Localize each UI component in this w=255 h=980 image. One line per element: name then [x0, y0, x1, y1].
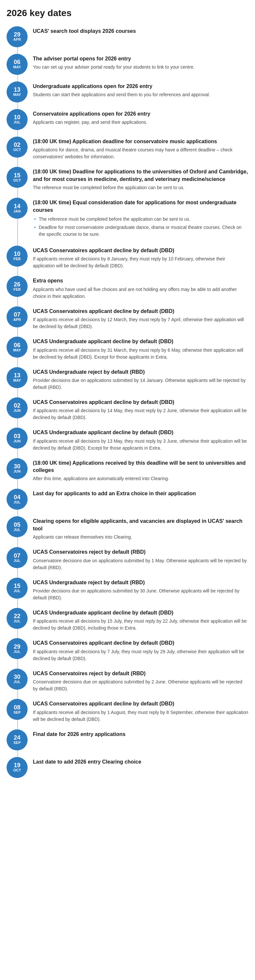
date-badge: 24SEP [6, 729, 28, 751]
entry-desc: If applicants receive all decisions by 8… [33, 256, 249, 269]
entry-title: UCAS Undergraduate applicant decline by … [33, 429, 249, 436]
badge-month: APR [13, 37, 21, 42]
entry-title: UCAS Conservatoires reject by default (R… [33, 549, 249, 556]
entry-title: Undergraduate applications open for 2026… [33, 83, 249, 90]
badge-day: 06 [14, 342, 21, 348]
date-badge: 10FEB [6, 246, 28, 267]
entry-desc: If applicants receive all decisions by 1… [33, 407, 249, 421]
entry-title: Conservatoire applications open for 2026… [33, 110, 249, 118]
badge-month: JUN [13, 409, 21, 413]
badge-day: 05 [14, 522, 21, 528]
badge-month: FEB [13, 287, 21, 292]
badge-month: JUL [14, 589, 21, 593]
date-badge: 07APR [6, 306, 28, 328]
badge-month: SEP [13, 710, 21, 714]
date-badge: 14JAN [6, 198, 28, 219]
date-badge: 04JUL [6, 489, 28, 510]
badge-day: 24 [14, 735, 21, 741]
entry-title: (18:00 UK time) Applications received by… [33, 460, 249, 474]
date-badge: 30JUN [6, 458, 28, 479]
entry-content: Conservatoire applications open for 2026… [33, 109, 249, 126]
entry-desc: If applicants receive all decisions by 1… [33, 438, 249, 452]
timeline-entry: 19OCTLast date to add 2026 entry Clearin… [6, 757, 249, 778]
badge-month: OCT [13, 768, 21, 772]
date-badge: 02OCT [6, 137, 28, 158]
entry-desc: Applications for dance, drama, and music… [33, 146, 249, 160]
badge-month: JUN [13, 469, 21, 474]
badge-day: 29 [14, 32, 21, 37]
entry-desc: After this time, applications are automa… [33, 475, 249, 482]
date-badge: 29JUL [6, 638, 28, 659]
timeline-entry: 06MAYThe adviser portal opens for 2026 e… [6, 54, 249, 75]
badge-day: 30 [14, 463, 21, 469]
badge-month: JUL [14, 120, 21, 124]
timeline-entry: 26FEBExtra opensApplicants who have used… [6, 276, 249, 299]
badge-month: JUL [14, 650, 21, 654]
entry-desc: Provider decisions due on applications s… [33, 587, 249, 601]
badge-month: MAY [13, 348, 21, 352]
entry-desc: If applicants receive all decisions by 3… [33, 347, 249, 361]
entry-content: UCAS Conservatoires applicant decline by… [33, 246, 249, 269]
entry-content: UCAS Conservatoires applicant decline by… [33, 638, 249, 662]
entry-content: Undergraduate applications open for 2026… [33, 81, 249, 98]
entry-content: UCAS Undergraduate applicant decline by … [33, 428, 249, 451]
entry-content: UCAS Undergraduate applicant decline by … [33, 608, 249, 632]
date-badge: 29APR [6, 26, 28, 47]
timeline-entry: 07JULUCAS Conservatoires reject by defau… [6, 547, 249, 571]
badge-day: 04 [14, 494, 21, 500]
badge-day: 22 [14, 613, 21, 619]
page-title: 2026 key dates [6, 8, 249, 18]
entry-title: (18:00 UK time) Application deadline for… [33, 138, 249, 145]
entry-title: UCAS Undergraduate applicant decline by … [33, 338, 249, 345]
date-badge: 15JUL [6, 578, 28, 599]
badge-month: OCT [13, 178, 21, 183]
entry-title: UCAS Undergraduate applicant decline by … [33, 609, 249, 616]
entry-content: (18:00 UK time) Equal consideration date… [33, 198, 249, 239]
badge-month: JUL [14, 528, 21, 532]
entry-content: UCAS Conservatoires reject by default (R… [33, 547, 249, 571]
date-badge: 22JUL [6, 608, 28, 629]
date-badge: 19OCT [6, 757, 28, 778]
date-badge: 06MAY [6, 337, 28, 358]
entry-desc: Applicants can release themselves into C… [33, 534, 249, 541]
entry-title: (18:00 UK time) Deadline for application… [33, 168, 249, 183]
entry-desc: Conservatoire decisions due on applicati… [33, 679, 249, 692]
badge-month: MAY [13, 378, 21, 383]
entry-content: UCAS Conservatoires applicant decline by… [33, 398, 249, 421]
timeline-entry: 07APRUCAS Conservatoires applicant decli… [6, 306, 249, 330]
badge-month: JUL [14, 619, 21, 623]
timeline-entry: 30JUN(18:00 UK time) Applications receiv… [6, 458, 249, 482]
badge-day: 02 [14, 142, 21, 148]
badge-month: JUL [14, 680, 21, 684]
bullet-item: The reference must be completed before t… [33, 216, 249, 223]
date-badge: 06MAY [6, 54, 28, 75]
entry-title: UCAS Undergraduate reject by default (RB… [33, 579, 249, 586]
entry-title: UCAS Conservatoires reject by default (R… [33, 670, 249, 677]
entry-content: Last date to add 2026 entry Clearing cho… [33, 757, 249, 767]
timeline-entry: 30JULUCAS Conservatoires reject by defau… [6, 669, 249, 692]
badge-day: 10 [14, 114, 21, 120]
date-badge: 07JUL [6, 547, 28, 568]
badge-day: 15 [14, 172, 21, 178]
entry-content: UCAS' search tool displays 2026 courses [33, 26, 249, 36]
badge-day: 08 [14, 705, 21, 710]
timeline-entry: 08SEPUCAS Conservatoires applicant decli… [6, 699, 249, 722]
badge-month: JAN [13, 209, 21, 213]
entry-desc: Students can start their applications an… [33, 91, 249, 98]
timeline-entry: 05JULClearing opens for eligible applica… [6, 516, 249, 541]
entry-title: UCAS Conservatoires applicant decline by… [33, 308, 249, 315]
entry-content: (18:00 UK time) Application deadline for… [33, 137, 249, 160]
badge-day: 30 [14, 674, 21, 680]
date-badge: 13MAY [6, 367, 28, 388]
timeline-entry: 15OCT(18:00 UK time) Deadline for applic… [6, 167, 249, 191]
entry-desc: Provider decisions due on applications s… [33, 377, 249, 391]
badge-day: 10 [14, 251, 21, 257]
timeline-entry: 10FEBUCAS Conservatoires applicant decli… [6, 246, 249, 269]
badge-month: APR [13, 318, 21, 322]
entry-content: UCAS Conservatoires applicant decline by… [33, 306, 249, 330]
entry-content: Last day for applicants to add an Extra … [33, 489, 249, 498]
entry-title: UCAS' search tool displays 2026 courses [33, 28, 249, 35]
date-badge: 03JUN [6, 428, 28, 449]
date-badge: 08SEP [6, 699, 28, 720]
date-badge: 10JUL [6, 109, 28, 130]
